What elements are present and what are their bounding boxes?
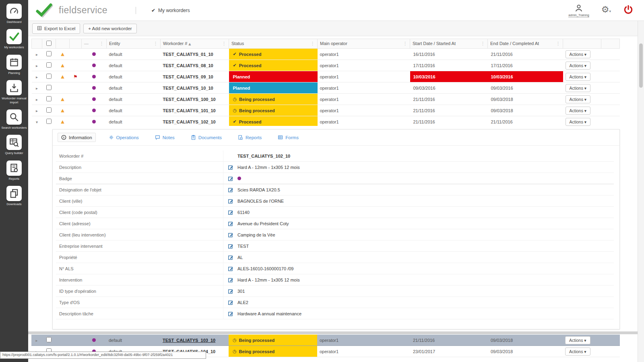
select-cell[interactable]	[42, 49, 56, 60]
header-status[interactable]: Status⋮	[229, 39, 318, 49]
sidebar-item-workorder-manual-import[interactable]: Workorder manual import	[0, 76, 28, 106]
actions-button[interactable]: Actions ▾	[566, 62, 591, 70]
edit-icon[interactable]	[228, 311, 233, 317]
tab-notes[interactable]: Notes	[152, 133, 178, 142]
table-row[interactable]: ▸ ▲ default TEST_CALIATYS_101_10 ◷Being …	[32, 105, 620, 116]
header-entity[interactable]: Entity⋮	[107, 39, 161, 49]
workorder-cell[interactable]: TEST_CALIATYS_100_10	[161, 94, 229, 105]
workorder-cell[interactable]: TEST_CALIATYS_09_10	[161, 71, 229, 82]
table-row[interactable]: ▸ ▲ default TEST_CALIATYS_08_10 ✔Process…	[32, 60, 620, 71]
user-menu[interactable]: admin_Training	[568, 4, 589, 17]
actions-button[interactable]: Actions ▾	[566, 84, 591, 92]
edit-icon[interactable]	[228, 176, 233, 181]
scrollbar-thumb[interactable]	[639, 43, 643, 88]
table-row[interactable]: ▸ ▲ ⚑ default TEST_CALIATYS_09_10 Planne…	[32, 71, 620, 82]
row-checkbox[interactable]	[46, 119, 52, 124]
header-select[interactable]	[42, 39, 56, 49]
header-start-date[interactable]: Start Date / Started At⋮	[410, 39, 488, 49]
actions-button[interactable]: Actions ▾	[566, 50, 591, 58]
logout-power-icon[interactable]	[623, 4, 634, 16]
actions-button[interactable]: Actions ▾	[566, 118, 591, 126]
select-cell[interactable]	[42, 82, 56, 94]
settings-gear-icon[interactable]: ⚙▾	[601, 5, 611, 14]
expand-cell[interactable]: ▸	[32, 71, 42, 82]
actions-button[interactable]: Actions ▾	[565, 348, 590, 356]
column-menu-icon[interactable]: ⋮	[403, 41, 407, 46]
export-excel-button[interactable]: Export to Excel	[32, 23, 80, 34]
edit-icon[interactable]	[228, 288, 233, 294]
edit-icon[interactable]	[228, 165, 233, 170]
table-row-selected[interactable]: ▸ default TEST_CALIATYS_103_10 ◷Being pr…	[31, 335, 620, 346]
actions-button[interactable]: Actions ▾	[565, 336, 590, 344]
edit-icon[interactable]	[228, 210, 233, 215]
edit-icon[interactable]	[228, 277, 233, 283]
row-checkbox[interactable]	[46, 62, 52, 68]
tab-operations[interactable]: Operations	[105, 133, 142, 142]
sidebar-item-query-builder[interactable]: Query builder	[0, 131, 28, 156]
vertical-scrollbar[interactable]	[638, 21, 644, 362]
edit-icon[interactable]	[228, 198, 233, 204]
row-checkbox[interactable]	[46, 74, 52, 79]
row-checkbox[interactable]	[46, 85, 52, 90]
row-checkbox[interactable]	[46, 337, 52, 342]
edit-icon[interactable]	[228, 187, 233, 193]
column-menu-icon[interactable]: ⋮	[153, 41, 158, 46]
horizontal-scrollbar[interactable]	[28, 331, 638, 334]
header-end-date[interactable]: End Date / Completed At⋮	[488, 39, 563, 49]
select-cell[interactable]	[42, 335, 56, 346]
row-checkbox[interactable]	[46, 107, 52, 113]
column-menu-icon[interactable]: ⋮	[99, 41, 104, 46]
table-row[interactable]: ▸ default TEST_CALIATYS_10_10 Planned op…	[32, 82, 620, 94]
add-workorder-button[interactable]: + Add new workorder	[83, 24, 136, 33]
edit-icon[interactable]	[228, 232, 233, 238]
header-workorder[interactable]: Workorder #▲⋮	[161, 39, 229, 49]
edit-icon[interactable]	[228, 221, 233, 226]
table-row[interactable]: ▸ ▲ default TEST_CALIATYS_01_10 ✔Process…	[32, 49, 620, 60]
actions-button[interactable]: Actions ▾	[566, 107, 591, 115]
edit-icon[interactable]	[228, 255, 233, 260]
sidebar-item-dashboard[interactable]: Dashboard	[0, 0, 28, 25]
select-cell[interactable]	[42, 94, 56, 105]
column-menu-icon[interactable]: ⋮	[222, 41, 226, 46]
select-cell[interactable]	[42, 60, 56, 71]
column-menu-icon[interactable]: ⋮	[556, 41, 560, 46]
table-row[interactable]: ▸ ▲ default TEST_CALIATYS_100_10 ◷Being …	[32, 94, 620, 105]
tab-information[interactable]: Information	[58, 133, 96, 142]
actions-button[interactable]: Actions ▾	[566, 73, 591, 81]
sidebar-item-my-workorders[interactable]: My workorders	[0, 25, 28, 51]
edit-icon[interactable]	[228, 243, 233, 249]
workorder-cell[interactable]: TEST_CALIATYS_08_10	[161, 60, 229, 71]
row-checkbox[interactable]	[46, 51, 52, 56]
header-badge[interactable]: —⋮	[82, 39, 107, 49]
edit-icon[interactable]	[228, 300, 233, 305]
select-all-checkbox[interactable]	[46, 41, 52, 46]
sidebar-item-reports[interactable]: Reports	[0, 157, 28, 182]
actions-button[interactable]: Actions ▾	[566, 95, 591, 103]
expand-cell[interactable]: ▸	[32, 105, 42, 116]
select-cell[interactable]	[42, 105, 56, 116]
tab-forms[interactable]: Forms	[275, 133, 302, 142]
workorder-cell[interactable]: TEST_CALIATYS_01_10	[161, 49, 229, 60]
workorder-cell[interactable]: TEST_CALIATYS_10_10	[161, 82, 229, 94]
workorder-cell[interactable]: TEST_CALIATYS_103_10	[160, 335, 229, 346]
sidebar-item-planning[interactable]: Planning	[0, 51, 28, 76]
tab-reports[interactable]: Reports	[235, 133, 265, 142]
expand-cell[interactable]: ▸	[32, 60, 42, 71]
row-checkbox[interactable]	[46, 96, 52, 101]
sidebar-item-label: Dashboard	[1, 20, 27, 24]
header-operator[interactable]: Main operator⋮	[318, 39, 410, 49]
sidebar-item-downloads[interactable]: Downloads	[0, 182, 28, 208]
expand-cell[interactable]: ▸	[32, 94, 42, 105]
edit-icon[interactable]	[228, 266, 233, 272]
sidebar-item-search-workorders[interactable]: Search workorders	[0, 106, 28, 131]
column-menu-icon[interactable]: ⋮	[481, 41, 485, 46]
expand-cell[interactable]: ▸	[32, 82, 42, 94]
workorder-cell[interactable]: TEST_CALIATYS_101_10	[161, 105, 229, 116]
my-workorders-link[interactable]: ✔ My workorders	[151, 8, 190, 13]
column-menu-icon[interactable]: ⋮	[310, 41, 315, 46]
tab-documents[interactable]: Documents	[188, 133, 225, 142]
select-cell[interactable]	[42, 71, 56, 82]
expand-cell[interactable]: ▸	[32, 49, 42, 60]
expand-icon: ▸	[36, 75, 38, 79]
expand-cell[interactable]: ▸	[31, 335, 42, 346]
